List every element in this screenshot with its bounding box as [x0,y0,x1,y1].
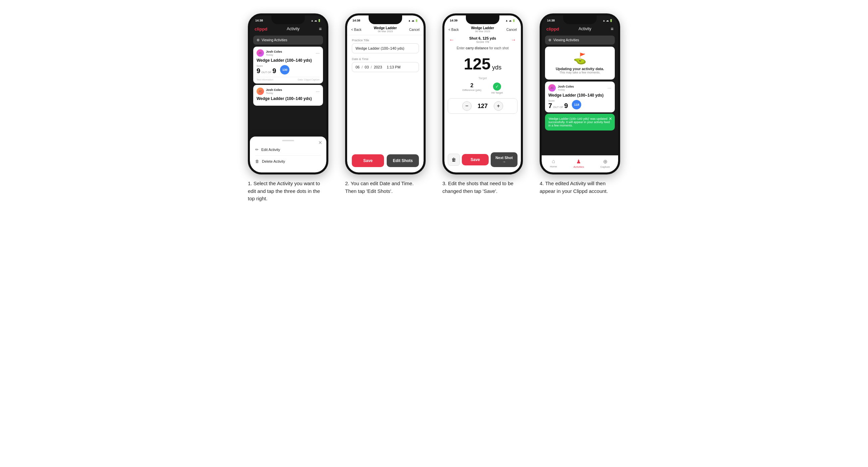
toast-message: 'Wedge Ladder (100–140 yds)' was updated… [548,117,610,127]
phone-2-nav-center: Wedge Ladder 06 Mar 2023 [374,26,397,33]
phone-1-screen: 14:38 ▲ ☁ 🔋 clippd Activity ≡ ⚙ Viewing … [250,15,326,173]
home-nav-tab[interactable]: ⌂ Home [550,158,557,168]
shot-input-row: − 127 + [448,98,518,114]
phone-2-frame: 14:38 ▲ ☁ 🔋 < Back Wedge Ladder 06 Mar 2… [345,13,426,175]
phone-1-time: 14:38 [255,19,263,22]
date-year: 2023 [374,65,382,69]
delete-shot-button[interactable]: 🗑 [448,154,460,166]
date-sep-2: / [371,65,372,69]
phone-1-menu-icon[interactable]: ≡ [319,26,322,32]
card-1-outof: OUT OF [261,71,271,74]
practice-title-input[interactable] [352,43,419,53]
phone-4-filter-icon: ⚙ [548,38,551,42]
phone-4-notch [563,15,597,24]
datetime-label: Date & Time [352,57,419,61]
card-1-user-date: Today [266,53,314,56]
target-label: Target [444,76,521,80]
updating-title: Updating your activity data. [550,67,610,71]
phone-2-notch [369,15,402,24]
phone-4-status-icons: ▲ ☁ 🔋 [603,19,613,22]
capture-nav-label: Capture [600,165,610,168]
phone-3-frame: 14:39 ▲ ☁ 🔋 < Back Wedge Ladder 06 Mar 2… [442,13,523,175]
phone-2-section: 14:38 ▲ ☁ 🔋 < Back Wedge Ladder 06 Mar 2… [342,13,429,195]
phone-4-frame: 14:38 ▲ ☁ 🔋 clippd Activity ≡ ⚙ Viewing … [540,13,620,175]
date-day: 06 [355,65,360,69]
phone-3-nav: < Back Wedge Ladder 06 Mar 2023 Cancel [444,24,521,35]
phone-3-time: 14:39 [450,19,458,22]
phone-4-section: 14:38 ▲ ☁ 🔋 clippd Activity ≡ ⚙ Viewing … [536,13,623,195]
card-2-three-dots[interactable]: ··· [316,89,320,94]
phone-3-cancel-button[interactable]: Cancel [506,28,517,32]
phone-2-save-button[interactable]: Save [352,154,384,167]
shot-stats-row: 2 Difference (yds) ✓ Hit Target [444,80,521,97]
activities-nav-tab[interactable]: ♟ Activities [574,158,584,168]
sheet-close-icon[interactable]: ✕ [318,140,322,145]
phone-4-card-title: Wedge Ladder (100–140 yds) [548,93,612,98]
phone-1-logo: clippd [254,27,267,32]
phone-4-avatar: JC [548,84,556,92]
card-1-three-dots[interactable]: ··· [316,50,320,56]
phone-4-user-name: Josh Coles [558,85,606,88]
card-1-quality-badge: 130 [280,65,289,74]
card-1-user-name: Josh Coles [266,50,314,53]
phone-1-caption: 1. Select the Activity you want to edit … [248,180,328,203]
prev-shot-arrow[interactable]: ← [449,37,455,43]
phone-1-status-icons: ▲ ☁ 🔋 [311,19,321,22]
phones-row: 14:38 ▲ ☁ 🔋 clippd Activity ≡ ⚙ Viewing … [245,13,623,203]
hit-target-icon: ✓ [493,83,501,91]
phone-4-card-stats: Score 7 OUT OF 9 118 [548,100,612,110]
date-month: 03 [365,65,369,69]
sheet-delete-item[interactable]: 🗑 Delete Activity [255,156,321,167]
phone-4-menu-icon[interactable]: ≡ [611,26,614,32]
phone-2-edit-shots-button[interactable]: Edit Shots [387,154,419,167]
yds-display: 125 yds [444,51,521,76]
datetime-box[interactable]: 06 / 03 / 2023 1:13 PM [352,62,419,72]
card-2-user-info: Josh Coles Today [266,88,314,95]
card-1-score-value: 9 [256,67,260,75]
increment-button[interactable]: + [494,101,503,111]
shot-header: Shot 6, 125 yds Score 7/9 [469,36,496,43]
capture-nav-tab[interactable]: ⊕ Capture [600,158,610,168]
phone-3-back-button[interactable]: < Back [448,28,459,32]
golf-flag-icon: ⛳ [550,52,610,65]
phone-2-screen: 14:38 ▲ ☁ 🔋 < Back Wedge Ladder 06 Mar 2… [347,15,424,173]
phone-4-card-header: JC Josh Coles Today ··· [548,84,612,92]
phone-4-time: 14:38 [547,19,555,22]
difference-label: Difference (yds) [463,89,481,92]
phone-2-form: Practice Title Date & Time 06 / 03 / 202… [347,35,424,75]
phone-1-section: 14:38 ▲ ☁ 🔋 clippd Activity ≡ ⚙ Viewing … [245,13,332,203]
shot-input-value[interactable]: 127 [474,103,491,110]
phone-2-back-button[interactable]: < Back [351,28,362,32]
activities-icon: ♟ [576,158,581,165]
capture-icon: ⊕ [603,158,608,165]
card-2-user-name: Josh Coles [266,88,314,92]
phone-2-cancel-button[interactable]: Cancel [409,28,420,32]
phone-4-header-title: Activity [579,27,591,31]
phone-3-footer: 🗑 Save Next Shot → [448,152,518,167]
shot-nav-row: ← Shot 6, 125 yds Score 7/9 → [444,35,521,45]
next-shot-arrow[interactable]: → [511,37,516,43]
phone-4-logo: clippd [546,27,559,32]
sheet-edit-item[interactable]: ✏ Edit Activity [255,144,321,155]
card-2-title: Wedge Ladder (100–140 yds) [256,96,320,101]
datetime-row: 06 / 03 / 2023 1:13 PM [355,65,415,69]
phone-2-nav-subtitle: 06 Mar 2023 [374,30,397,33]
next-shot-button[interactable]: Next Shot → [491,152,518,167]
phone-4-updating-box: ⛳ Updating your activity data. This may … [545,46,615,80]
trash-icon: 🗑 [255,159,259,164]
practice-title-label: Practice Title [352,39,419,42]
phone-4-success-toast: ✕ 'Wedge Ladder (100–140 yds)' was updat… [545,114,615,130]
phone-4-card: JC Josh Coles Today ··· Wedge Ladder (10… [545,82,615,113]
date-sep-1: / [362,65,363,69]
phone-4-three-dots[interactable]: ··· [608,85,612,91]
hit-target-stat: ✓ Hit Target [491,83,503,94]
next-shot-label: Next Shot → [494,156,514,164]
toast-close-icon[interactable]: ✕ [609,117,612,121]
updating-subtitle: This may take a few moments. [550,71,610,74]
phone-2-nav: < Back Wedge Ladder 06 Mar 2023 Cancel [347,24,424,35]
edit-icon: ✏ [255,147,258,152]
decrement-button[interactable]: − [462,101,471,111]
card-1-footer-left: Test Information [256,79,273,81]
phone-3-save-button[interactable]: Save [462,154,489,165]
phone-4-score-row: 7 OUT OF 9 [548,102,568,110]
